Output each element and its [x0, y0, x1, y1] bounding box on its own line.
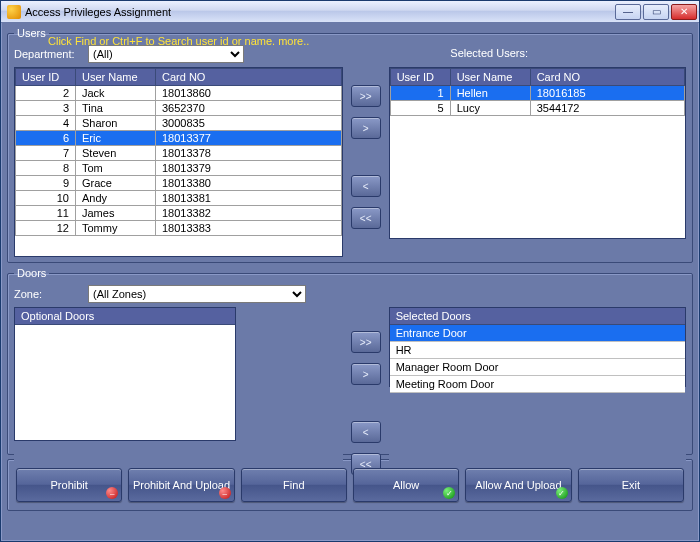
table-row[interactable]: 1Hellen18016185 [390, 86, 684, 101]
cell-card-no: 18013381 [156, 191, 342, 206]
users-remove-button[interactable]: < [351, 175, 381, 197]
cell-user-name: Jack [76, 86, 156, 101]
cell-card-no: 18013378 [156, 146, 342, 161]
window-controls: — ▭ ✕ [615, 4, 697, 20]
find-label: Find [283, 479, 304, 491]
table-row[interactable]: 11James18013382 [16, 206, 342, 221]
cell-user-id: 2 [16, 86, 76, 101]
table-row[interactable]: 8Tom18013379 [16, 161, 342, 176]
cell-card-no: 18013377 [156, 131, 342, 146]
selected-doors-list[interactable]: Selected Doors Entrance DoorHRManager Ro… [389, 307, 686, 387]
prohibit-button[interactable]: Prohibit – [16, 468, 122, 502]
cell-user-id: 3 [16, 101, 76, 116]
department-select[interactable]: (All) [88, 45, 244, 63]
exit-label: Exit [622, 479, 640, 491]
table-row[interactable]: 10Andy18013381 [16, 191, 342, 206]
sel-col-user-name[interactable]: User Name [450, 69, 530, 86]
selected-users-panel: User ID User Name Card NO 1Hellen1801618… [389, 67, 686, 257]
table-row[interactable]: 2Jack18013860 [16, 86, 342, 101]
maximize-button[interactable]: ▭ [643, 4, 669, 20]
selected-users-label: Selected Users: [450, 47, 528, 59]
users-table: User ID User Name Card NO 2Jack180138603… [15, 68, 342, 236]
table-row[interactable]: 7Steven18013378 [16, 146, 342, 161]
cell-user-name: Lucy [450, 101, 530, 116]
zone-label: Zone: [14, 288, 82, 300]
department-row: Department: (All) Selected Users: [14, 45, 686, 63]
doors-add-all-button[interactable]: >> [351, 331, 381, 353]
cell-user-name: Andy [76, 191, 156, 206]
allow-upload-label: Allow And Upload [475, 479, 561, 491]
list-item[interactable]: Manager Room Door [390, 359, 685, 376]
prohibit-icon: – [106, 487, 118, 499]
allow-upload-icon: ✓ [556, 487, 568, 499]
users-dual: User ID User Name Card NO 2Jack180138603… [14, 67, 686, 257]
cell-user-name: Eric [76, 131, 156, 146]
cell-user-id: 6 [16, 131, 76, 146]
table-row[interactable]: 4Sharon3000835 [16, 116, 342, 131]
users-add-button[interactable]: > [351, 117, 381, 139]
cell-card-no: 18013379 [156, 161, 342, 176]
cell-user-name: Hellen [450, 86, 530, 101]
users-legend: Users [14, 27, 49, 39]
table-row[interactable]: 5Lucy3544172 [390, 101, 684, 116]
list-item[interactable]: Entrance Door [390, 325, 685, 342]
zone-select[interactable]: (All Zones) [88, 285, 306, 303]
allow-button[interactable]: Allow ✓ [353, 468, 459, 502]
cell-user-name: Steven [76, 146, 156, 161]
cell-user-name: Grace [76, 176, 156, 191]
selected-users-table-wrap[interactable]: User ID User Name Card NO 1Hellen1801618… [389, 67, 686, 239]
cell-user-name: James [76, 206, 156, 221]
titlebar: Access Privileges Assignment — ▭ ✕ [1, 1, 699, 23]
cell-user-id: 10 [16, 191, 76, 206]
cell-card-no: 18016185 [530, 86, 684, 101]
cell-user-id: 4 [16, 116, 76, 131]
doors-add-button[interactable]: > [351, 363, 381, 385]
cell-card-no: 3544172 [530, 101, 684, 116]
zone-row: Zone: (All Zones) [14, 285, 686, 303]
doors-move-col: >> > < << [349, 307, 383, 475]
list-item[interactable]: HR [390, 342, 685, 359]
minimize-button[interactable]: — [615, 4, 641, 20]
col-card-no[interactable]: Card NO [156, 69, 342, 86]
close-button[interactable]: ✕ [671, 4, 697, 20]
table-row[interactable]: 12Tommy18013383 [16, 221, 342, 236]
prohibit-upload-icon: – [219, 487, 231, 499]
cell-card-no: 18013382 [156, 206, 342, 221]
exit-button[interactable]: Exit [578, 468, 684, 502]
cell-user-id: 5 [390, 101, 450, 116]
allow-icon: ✓ [443, 487, 455, 499]
optional-doors-panel: Optional Doors [14, 307, 343, 475]
cell-user-id: 11 [16, 206, 76, 221]
table-row[interactable]: 3Tina3652370 [16, 101, 342, 116]
cell-user-name: Tina [76, 101, 156, 116]
doors-remove-button[interactable]: < [351, 421, 381, 443]
users-add-all-button[interactable]: >> [351, 85, 381, 107]
cell-card-no: 18013383 [156, 221, 342, 236]
department-label: Department: [14, 48, 82, 60]
table-row[interactable]: 6Eric18013377 [16, 131, 342, 146]
allow-upload-button[interactable]: Allow And Upload ✓ [465, 468, 571, 502]
optional-doors-header: Optional Doors [15, 308, 235, 325]
sel-col-user-id[interactable]: User ID [390, 69, 450, 86]
col-user-name[interactable]: User Name [76, 69, 156, 86]
app-icon [7, 5, 21, 19]
cell-user-id: 12 [16, 221, 76, 236]
cell-user-id: 8 [16, 161, 76, 176]
optional-doors-list[interactable]: Optional Doors [14, 307, 236, 441]
cell-user-name: Sharon [76, 116, 156, 131]
col-user-id[interactable]: User ID [16, 69, 76, 86]
cell-card-no: 18013380 [156, 176, 342, 191]
users-remove-all-button[interactable]: << [351, 207, 381, 229]
prohibit-label: Prohibit [51, 479, 88, 491]
search-hint[interactable]: Click Find or Ctrl+F to Search user id o… [48, 35, 309, 47]
prohibit-upload-label: Prohibit And Upload [133, 479, 230, 491]
prohibit-upload-button[interactable]: Prohibit And Upload – [128, 468, 234, 502]
list-item[interactable]: Meeting Room Door [390, 376, 685, 393]
selected-doors-panel: Selected Doors Entrance DoorHRManager Ro… [389, 307, 686, 475]
users-table-wrap[interactable]: User ID User Name Card NO 2Jack180138603… [14, 67, 343, 257]
find-button[interactable]: Find [241, 468, 347, 502]
sel-col-card-no[interactable]: Card NO [530, 69, 684, 86]
content: Users Click Find or Ctrl+F to Search use… [1, 23, 699, 541]
table-row[interactable]: 9Grace18013380 [16, 176, 342, 191]
doors-dual: Optional Doors >> > < << Selected Doors [14, 307, 686, 475]
